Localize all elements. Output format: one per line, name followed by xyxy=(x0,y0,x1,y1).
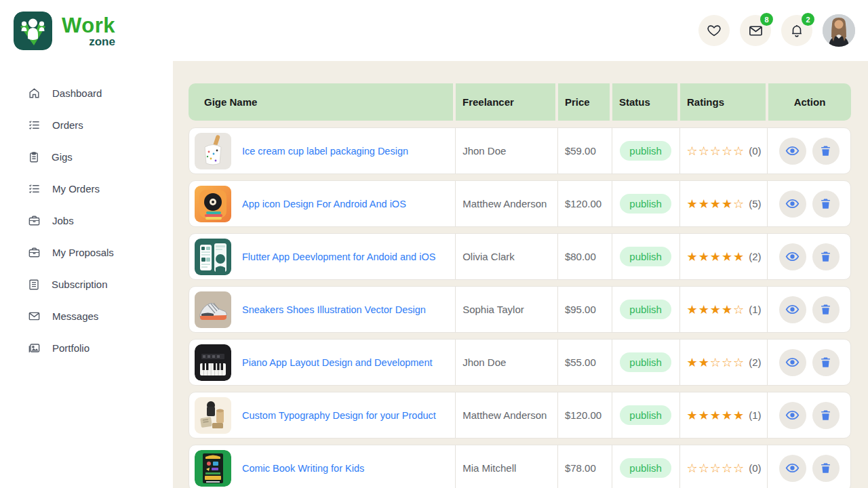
gig-name-link[interactable]: Flutter App Deevlopment for Andoid and i… xyxy=(242,251,435,262)
gig-price: $95.00 xyxy=(565,304,596,315)
envelope-icon xyxy=(748,23,764,39)
brand-name-secondary: zone xyxy=(89,36,115,48)
freelancer-name: Matthew Anderson xyxy=(462,409,547,421)
rating-count: (2) xyxy=(749,357,761,368)
workzone-logo-icon xyxy=(14,12,52,50)
gig-price: $120.00 xyxy=(565,198,601,209)
star-rating: ★★☆☆☆ xyxy=(687,357,745,369)
delete-button[interactable] xyxy=(812,349,840,376)
sidebar-item-portfolio[interactable]: Portfolio xyxy=(0,332,173,364)
gig-thumbnail-ice-cream-cup xyxy=(195,133,231,169)
table-row: Ice cream cup label packaging Design Jho… xyxy=(189,127,851,174)
sidebar-nav: Dashboard Orders Gigs My Orders Jobs My … xyxy=(0,61,173,364)
rating-count: (2) xyxy=(749,251,761,262)
status-badge: publish xyxy=(620,194,671,214)
delete-button[interactable] xyxy=(812,455,840,482)
view-button[interactable] xyxy=(779,243,806,270)
view-button[interactable] xyxy=(779,349,806,376)
gig-thumbnail-flutter-phone-mockup xyxy=(195,239,231,275)
notifications-button[interactable]: 2 xyxy=(781,15,812,46)
eye-icon xyxy=(785,302,800,317)
delete-button[interactable] xyxy=(812,402,840,429)
avatar-image xyxy=(823,14,855,47)
delete-button[interactable] xyxy=(812,296,840,323)
table-row: Custom Typography Design for your Produc… xyxy=(189,392,851,439)
freelancer-name: Olivia Clark xyxy=(462,251,515,262)
rating-count: (0) xyxy=(749,462,761,474)
sidebar-item-messages[interactable]: Messages xyxy=(0,300,173,332)
brand-name-primary: Work xyxy=(62,16,115,36)
gig-name-link[interactable]: Sneakers Shoes Illustration Vector Desig… xyxy=(242,304,426,315)
sidebar: Dashboard Orders Gigs My Orders Jobs My … xyxy=(0,61,173,488)
star-rating: ★★★★★ xyxy=(687,251,745,263)
eye-icon xyxy=(785,197,800,211)
user-avatar[interactable] xyxy=(823,14,855,47)
view-button[interactable] xyxy=(779,138,806,165)
table-row: Comic Book Writing for Kids Mia Mitchell… xyxy=(189,445,851,488)
view-button[interactable] xyxy=(779,190,806,218)
view-button[interactable] xyxy=(779,455,806,482)
bell-icon xyxy=(789,23,804,38)
header-freelancer: Freelancer xyxy=(456,83,555,121)
gig-thumbnail-comic-book-cover xyxy=(195,450,231,487)
gig-thumbnail-piano-keys xyxy=(195,344,231,381)
table-header: Gige Name Freelancer Price Status Rating… xyxy=(189,83,851,121)
checklist-icon xyxy=(28,119,41,131)
star-rating: ★★★★☆ xyxy=(687,198,745,210)
gig-price: $78.00 xyxy=(565,462,596,474)
sidebar-item-my-proposals[interactable]: My Proposals xyxy=(0,237,173,268)
view-button[interactable] xyxy=(779,296,806,323)
table-row: Flutter App Deevlopment for Andoid and i… xyxy=(189,233,851,280)
rating-count: (5) xyxy=(749,198,761,209)
sidebar-item-label: My Orders xyxy=(52,183,100,195)
sidebar-item-label: My Proposals xyxy=(52,247,114,258)
header-ratings: Ratings xyxy=(680,83,766,121)
clipboard-icon xyxy=(28,151,40,163)
trash-icon xyxy=(819,356,832,369)
delete-button[interactable] xyxy=(812,243,840,270)
sidebar-item-label: Portfolio xyxy=(52,342,90,354)
eye-icon xyxy=(785,461,800,475)
view-button[interactable] xyxy=(779,402,806,429)
trash-icon xyxy=(819,197,832,210)
gig-name-link[interactable]: Custom Typography Design for your Produc… xyxy=(242,410,436,421)
sidebar-item-label: Gigs xyxy=(52,151,73,163)
main-content: Gige Name Freelancer Price Status Rating… xyxy=(173,61,868,488)
trash-icon xyxy=(819,409,832,422)
status-badge: publish xyxy=(620,352,671,372)
sidebar-item-label: Subscription xyxy=(52,279,108,290)
home-icon xyxy=(28,87,41,100)
rating-count: (1) xyxy=(749,409,761,421)
rating-count: (0) xyxy=(749,145,761,157)
sidebar-item-orders[interactable]: Orders xyxy=(0,109,173,141)
sidebar-item-label: Messages xyxy=(52,310,98,322)
table-row: App icon Design For Android And iOS Matt… xyxy=(189,180,851,227)
gig-thumbnail-sneaker-photo xyxy=(195,291,231,328)
gig-name-link[interactable]: Piano App Layout Design and Development xyxy=(242,357,433,368)
gig-thumbnail-vinyl-app-icon xyxy=(195,186,231,222)
gig-name-link[interactable]: Comic Book Writing for Kids xyxy=(242,463,364,474)
sidebar-item-dashboard[interactable]: Dashboard xyxy=(0,77,173,109)
briefcase-icon xyxy=(28,246,41,259)
gig-name-link[interactable]: App icon Design For Android And iOS xyxy=(242,199,406,209)
rating-count: (1) xyxy=(749,304,761,315)
delete-button[interactable] xyxy=(812,190,840,218)
favorites-button[interactable] xyxy=(698,15,730,46)
header-action: Action xyxy=(768,83,851,121)
sidebar-item-my-orders[interactable]: My Orders xyxy=(0,173,173,205)
brand-logo[interactable]: Work zone xyxy=(14,12,115,50)
delete-button[interactable] xyxy=(812,138,840,165)
status-badge: publish xyxy=(620,141,671,161)
sidebar-item-jobs[interactable]: Jobs xyxy=(0,205,173,237)
messages-button[interactable]: 8 xyxy=(740,15,771,46)
header-gig-name: Gige Name xyxy=(189,83,453,121)
status-badge: publish xyxy=(620,247,671,266)
gig-name-link[interactable]: Ice cream cup label packaging Design xyxy=(242,146,408,157)
freelancer-name: Sophia Taylor xyxy=(462,304,524,315)
sidebar-item-label: Orders xyxy=(52,119,83,131)
sidebar-item-subscription[interactable]: Subscription xyxy=(0,268,173,300)
star-rating: ★★★★☆ xyxy=(687,304,745,316)
sidebar-item-label: Dashboard xyxy=(52,87,102,99)
sidebar-item-gigs[interactable]: Gigs xyxy=(0,141,173,173)
gigs-table: Gige Name Freelancer Price Status Rating… xyxy=(189,83,851,488)
